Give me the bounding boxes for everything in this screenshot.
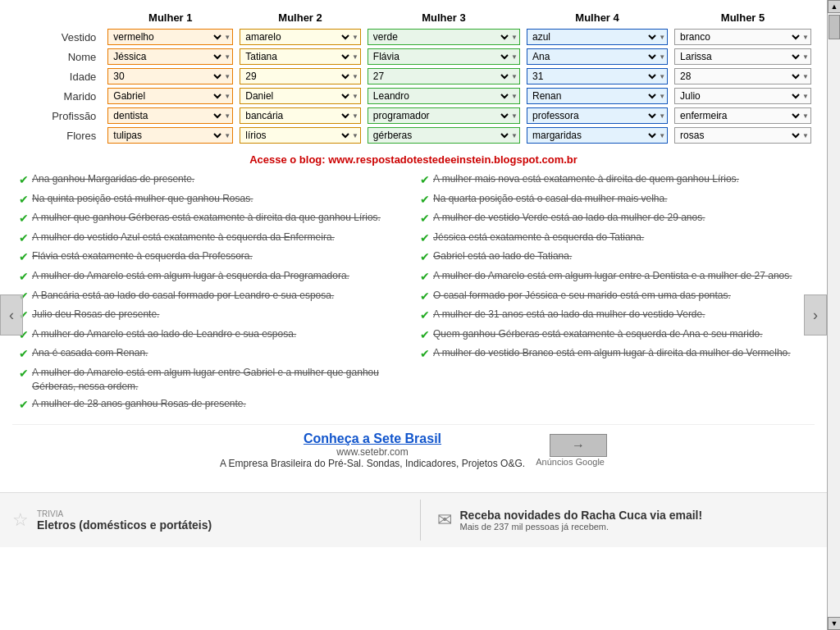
select-col1-profissao[interactable]: dentista — [110, 109, 224, 122]
row-label-vestido: Vestido — [12, 27, 104, 47]
select-col1-flores[interactable]: tulipas — [110, 129, 224, 142]
cell-col4-marido: Renan▼ — [523, 86, 671, 106]
cell-col2-profissao: bancária▼ — [236, 106, 364, 126]
clue-check-icon: ✔ — [19, 231, 29, 247]
mail-icon: ✉ — [437, 509, 452, 531]
clue-item: ✔Ana é casada com Renan. — [19, 346, 407, 363]
select-col1-vestido[interactable]: vermelho — [110, 30, 224, 43]
clue-text: A mulher do Amarelo está ao lado de Lean… — [32, 327, 296, 341]
select-col5-idade[interactable]: 28 — [677, 70, 802, 83]
row-label-idade: Idade — [12, 66, 104, 86]
clue-item: ✔A mulher do vestido Branco está em algu… — [420, 346, 808, 363]
select-col3-vestido[interactable]: verde — [370, 30, 511, 43]
clue-check-icon: ✔ — [420, 269, 430, 285]
clue-item: ✔A Bancária está ao lado do casal formad… — [19, 289, 407, 305]
select-col2-flores[interactable]: lírios — [242, 129, 352, 142]
select-col1-idade[interactable]: 30 — [110, 70, 224, 83]
clue-check-icon: ✔ — [420, 289, 430, 305]
cell-col3-idade: 27▼ — [364, 66, 523, 86]
select-col2-nome[interactable]: Tatiana — [242, 50, 352, 63]
promo-arrow-button[interactable]: → — [550, 434, 607, 457]
select-col4-flores[interactable]: margaridas — [529, 129, 659, 142]
col1-header: Mulher 1 — [104, 8, 236, 27]
select-col5-vestido[interactable]: branco — [677, 30, 802, 43]
dropdown-arrow-col5-idade: ▼ — [802, 73, 809, 80]
promo-link[interactable]: Conheça a Sete Brasil — [304, 431, 441, 445]
dropdown-arrow-col3-nome: ▼ — [511, 53, 518, 61]
scroll-thumb[interactable] — [829, 15, 840, 39]
prev-arrow[interactable]: ‹ — [0, 294, 23, 336]
select-col2-idade[interactable]: 29 — [242, 70, 352, 83]
select-col4-idade[interactable]: 31 — [529, 70, 659, 83]
clue-text: A mulher de 31 anos está ao lado da mulh… — [433, 308, 705, 322]
clue-item: ✔Julio deu Rosas de presente. — [19, 308, 407, 324]
select-col3-profissao[interactable]: programador — [370, 109, 511, 122]
clue-item: ✔Jéssica está exatamente à esquerda do T… — [420, 231, 808, 247]
clue-item: ✔A mulher de 28 anos ganhou Rosas de pre… — [19, 397, 407, 413]
scrollbar[interactable]: ▲ ▼ — [827, 0, 840, 547]
select-col1-marido[interactable]: Gabriel — [110, 89, 224, 103]
select-wrap-col3-vestido: verde▼ — [368, 29, 520, 45]
select-wrap-col4-idade: 31▼ — [527, 68, 668, 84]
select-col2-profissao[interactable]: bancária — [242, 109, 352, 122]
dropdown-arrow-col3-profissao: ▼ — [511, 112, 518, 120]
select-wrap-col5-vestido: branco▼ — [674, 29, 811, 45]
select-col3-nome[interactable]: Flávia — [370, 50, 511, 63]
dropdown-arrow-col3-vestido: ▼ — [511, 34, 518, 41]
select-col4-vestido[interactable]: azul — [529, 30, 659, 43]
dropdown-arrow-col3-marido: ▼ — [511, 93, 518, 100]
select-col2-marido[interactable]: Daniel — [242, 89, 352, 103]
clue-item: ✔A mulher do Amarelo está em algum lugar… — [19, 269, 407, 285]
cell-col5-flores: rosas▼ — [671, 126, 815, 145]
select-wrap-col1-vestido: vermelho▼ — [107, 29, 233, 45]
clue-check-icon: ✔ — [19, 397, 29, 413]
promo-section: Conheça a Sete Brasil www.setebr.com A E… — [12, 424, 815, 476]
dropdown-arrow-col5-profissao: ▼ — [802, 112, 809, 120]
clues-container: ✔Ana ganhou Margaridas de presente.✔Na q… — [12, 172, 815, 416]
cell-col4-profissao: professora▼ — [523, 106, 671, 126]
select-col3-marido[interactable]: Leandro — [370, 89, 511, 103]
cell-col3-profissao: programador▼ — [364, 106, 523, 126]
cell-col1-vestido: vermelho▼ — [104, 27, 236, 47]
scroll-up-arrow[interactable]: ▲ — [828, 0, 840, 13]
cell-col4-flores: margaridas▼ — [523, 126, 671, 145]
clue-check-icon: ✔ — [420, 327, 430, 344]
dropdown-arrow-col2-idade: ▼ — [352, 73, 358, 80]
cell-col5-vestido: branco▼ — [671, 27, 815, 47]
select-col5-profissao[interactable]: enfermeira — [677, 109, 802, 122]
col5-header: Mulher 5 — [671, 8, 815, 27]
select-col1-nome[interactable]: Jéssica — [110, 50, 224, 63]
select-wrap-col3-flores: gérberas▼ — [368, 127, 520, 144]
select-wrap-col3-marido: Leandro▼ — [368, 88, 520, 104]
dropdown-arrow-col2-vestido: ▼ — [352, 34, 358, 41]
col4-header: Mulher 4 — [523, 8, 671, 27]
select-col5-nome[interactable]: Larissa — [677, 50, 802, 63]
select-col4-profissao[interactable]: professora — [529, 109, 659, 122]
cell-col4-idade: 31▼ — [523, 66, 671, 86]
clue-text: A mulher do vestido Azul está exatamente… — [32, 231, 335, 244]
dropdown-arrow-col1-idade: ▼ — [224, 73, 231, 80]
select-col3-flores[interactable]: gérberas — [370, 129, 511, 142]
footer-bar: ☆ TRIVIA Eletros (domésticos e portáteis… — [0, 492, 840, 547]
clue-check-icon: ✔ — [19, 172, 29, 189]
row-label-flores: Flores — [12, 126, 104, 145]
blog-link: Acesse o blog: www.respostadotestedeeins… — [12, 153, 815, 166]
select-col4-nome[interactable]: Ana — [529, 50, 659, 63]
cell-col2-idade: 29▼ — [236, 66, 364, 86]
clue-item: ✔A mulher de vestido Verde está ao lado … — [420, 211, 808, 227]
select-wrap-col1-idade: 30▼ — [107, 68, 233, 84]
clue-text: A Bancária está ao lado do casal formado… — [32, 289, 334, 303]
select-col4-marido[interactable]: Renan — [529, 89, 659, 103]
select-col5-flores[interactable]: rosas — [677, 129, 802, 142]
clue-text: A mulher do Amarelo está em algum lugar … — [32, 269, 349, 283]
select-wrap-col5-profissao: enfermeira▼ — [674, 107, 811, 124]
dropdown-arrow-col4-vestido: ▼ — [659, 34, 665, 41]
main-content: Mulher 1 Mulher 2 Mulher 3 Mulher 4 Mulh… — [0, 0, 827, 492]
next-arrow[interactable]: › — [804, 294, 827, 336]
dropdown-arrow-col1-marido: ▼ — [224, 93, 231, 100]
select-wrap-col2-flores: lírios▼ — [240, 127, 361, 144]
select-col2-vestido[interactable]: amarelo — [242, 30, 352, 43]
select-col5-marido[interactable]: Julio — [677, 89, 802, 103]
cell-col2-marido: Daniel▼ — [236, 86, 364, 106]
select-col3-idade[interactable]: 27 — [370, 70, 511, 83]
